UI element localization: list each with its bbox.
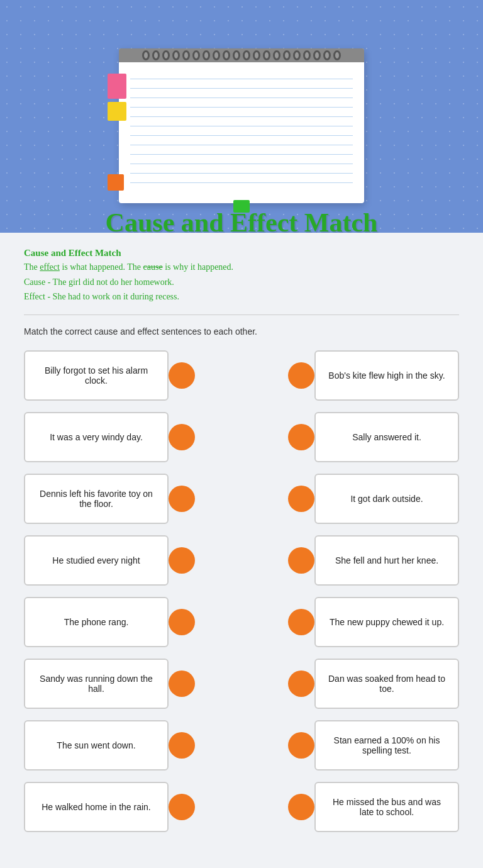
cause-text: The sun went down.: [57, 740, 135, 750]
cause-card[interactable]: He walked home in the rain.: [24, 782, 169, 832]
match-row: He studied every night She fell and hurt…: [24, 535, 459, 586]
match-row: He walked home in the rain. He missed th…: [24, 782, 459, 832]
cause-card[interactable]: Billy forgot to set his alarm clock.: [24, 350, 169, 401]
pair-left: Billy forgot to set his alarm clock.: [24, 350, 195, 401]
cause-text: Billy forgot to set his alarm clock.: [34, 365, 158, 386]
cause-card[interactable]: The phone rang.: [24, 597, 169, 647]
effect-card[interactable]: Bob's kite flew high in the sky.: [314, 350, 459, 401]
instructions-section: Cause and Effect Match The effect is wha…: [24, 248, 459, 315]
pair-left: Sandy was running down the hall.: [24, 659, 195, 709]
pair-right: Bob's kite flew high in the sky.: [288, 350, 459, 401]
left-dot[interactable]: [169, 362, 195, 389]
cause-text: Sandy was running down the hall.: [34, 674, 158, 694]
inst-line3: Effect - She had to work on it during re…: [24, 291, 459, 303]
left-dot[interactable]: [169, 424, 195, 450]
tab-orange: [108, 174, 124, 191]
notebook: Cause and Effect Match: [119, 48, 364, 203]
match-row: The sun went down. Stan earned a 100% on…: [24, 720, 459, 771]
left-dot[interactable]: [169, 486, 195, 512]
effect-text: Dan was soaked from head to toe.: [325, 674, 449, 694]
effect-card[interactable]: She fell and hurt her knee.: [314, 535, 459, 586]
right-dot[interactable]: [288, 609, 314, 635]
right-dot[interactable]: [288, 486, 314, 512]
right-dot[interactable]: [288, 732, 314, 759]
effect-card[interactable]: It got dark outside.: [314, 474, 459, 524]
match-row: It was a very windy day. Sally answered …: [24, 412, 459, 462]
effect-word: effect: [40, 262, 60, 272]
cause-text: He walked home in the rain.: [42, 802, 151, 812]
match-row: Billy forgot to set his alarm clock. Bob…: [24, 350, 459, 401]
right-dot[interactable]: [288, 670, 314, 697]
effect-card[interactable]: He missed the bus and was late to school…: [314, 782, 459, 832]
pair-right: She fell and hurt her knee.: [288, 535, 459, 586]
cause-text: It was a very windy day.: [50, 432, 143, 442]
pair-right: Dan was soaked from head to toe.: [288, 659, 459, 709]
cause-word: cause: [143, 262, 163, 272]
effect-text: Stan earned a 100% on his spelling test.: [325, 735, 449, 755]
effect-card[interactable]: Sally answered it.: [314, 412, 459, 462]
pair-right: He missed the bus and was late to school…: [288, 782, 459, 832]
pair-left: He walked home in the rain.: [24, 782, 195, 832]
cause-card[interactable]: He studied every night: [24, 535, 169, 586]
pair-left: Dennis left his favorite toy on the floo…: [24, 474, 195, 524]
effect-text: Bob's kite flew high in the sky.: [328, 370, 445, 381]
effect-card[interactable]: The new puppy chewed it up.: [314, 597, 459, 647]
inst-line2: Cause - The girl did not do her homework…: [24, 276, 459, 289]
match-row: Dennis left his favorite toy on the floo…: [24, 474, 459, 524]
effect-text: The new puppy chewed it up.: [330, 617, 444, 627]
pair-right: Stan earned a 100% on his spelling test.: [288, 720, 459, 771]
tab-pink: [108, 74, 126, 99]
inst-line1: The effect is what happened. The cause i…: [24, 261, 459, 274]
effect-card[interactable]: Stan earned a 100% on his spelling test.: [314, 720, 459, 771]
match-instructions: Match the correct cause and effect sente…: [24, 326, 459, 337]
pair-left: The sun went down.: [24, 720, 195, 771]
effect-card[interactable]: Dan was soaked from head to toe.: [314, 659, 459, 709]
right-dot[interactable]: [288, 794, 314, 820]
inst-title: Cause and Effect Match: [24, 248, 459, 259]
spiral-bumps: [119, 48, 364, 62]
effect-text: Sally answered it.: [352, 432, 421, 442]
effect-text: She fell and hurt her knee.: [335, 555, 438, 565]
header-section: Cause and Effect Match: [0, 0, 483, 233]
pair-right: Sally answered it.: [288, 412, 459, 462]
pair-right: It got dark outside.: [288, 474, 459, 524]
notebook-spiral: [119, 48, 364, 62]
right-dot[interactable]: [288, 547, 314, 574]
right-dot[interactable]: [288, 362, 314, 389]
left-dot[interactable]: [169, 794, 195, 820]
cause-text: Dennis left his favorite toy on the floo…: [34, 489, 158, 509]
left-dot[interactable]: [169, 732, 195, 759]
effect-text: He missed the bus and was late to school…: [325, 797, 449, 817]
pair-left: The phone rang.: [24, 597, 195, 647]
match-row: The phone rang. The new puppy chewed it …: [24, 597, 459, 647]
cause-card[interactable]: The sun went down.: [24, 720, 169, 771]
content-area: Cause and Effect Match The effect is wha…: [0, 233, 483, 868]
right-dot[interactable]: [288, 424, 314, 450]
cause-text: The phone rang.: [64, 617, 129, 627]
cause-text: He studied every night: [52, 555, 140, 565]
match-row: Sandy was running down the hall. Dan was…: [24, 659, 459, 709]
left-dot[interactable]: [169, 609, 195, 635]
tab-yellow: [108, 102, 126, 121]
cause-card[interactable]: It was a very windy day.: [24, 412, 169, 462]
notebook-lines: [119, 62, 364, 203]
pair-left: It was a very windy day.: [24, 412, 195, 462]
effect-text: It got dark outside.: [350, 494, 423, 504]
pair-left: He studied every night: [24, 535, 195, 586]
left-dot[interactable]: [169, 670, 195, 697]
pair-right: The new puppy chewed it up.: [288, 597, 459, 647]
cause-card[interactable]: Dennis left his favorite toy on the floo…: [24, 474, 169, 524]
cause-card[interactable]: Sandy was running down the hall.: [24, 659, 169, 709]
left-dot[interactable]: [169, 547, 195, 574]
match-grid: Billy forgot to set his alarm clock. Bob…: [24, 350, 459, 832]
